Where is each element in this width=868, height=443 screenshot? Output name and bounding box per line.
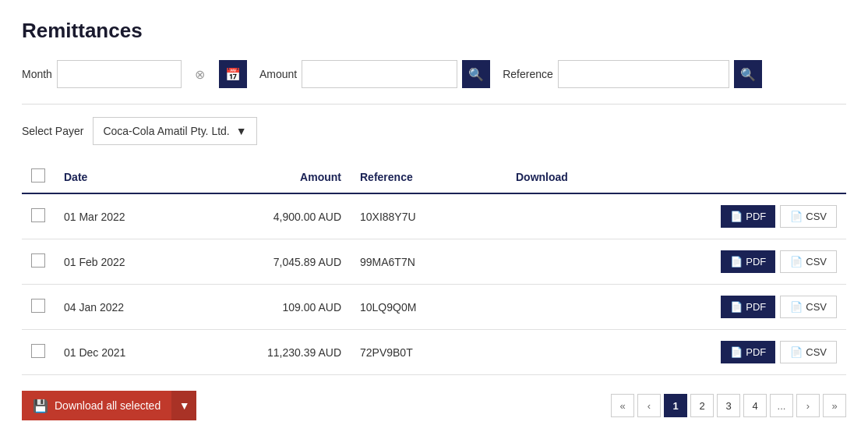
row-reference-2: 10LQ9Q0M: [351, 285, 506, 330]
remittances-table: Date Amount Reference Download 01 Mar 20…: [22, 161, 846, 375]
reference-search-button[interactable]: 🔍: [734, 60, 762, 88]
pagination-page-2[interactable]: 2: [690, 394, 714, 417]
payer-dropdown-arrow-icon: ▼: [236, 125, 247, 137]
payer-row: Select Payer Coca-Cola Amatil Pty. Ltd. …: [22, 117, 846, 145]
amount-search-button[interactable]: 🔍: [462, 60, 490, 88]
row-checkbox-cell: [22, 239, 55, 285]
csv-button-0[interactable]: 📄 CSV: [780, 205, 837, 228]
row-amount-1: 7,045.89 AUD: [195, 239, 351, 285]
select-all-checkbox[interactable]: [31, 168, 45, 183]
pagination-first-button[interactable]: «: [611, 394, 634, 417]
row-reference-0: 10XI88Y7U: [351, 193, 506, 239]
row-amount-3: 11,230.39 AUD: [195, 330, 351, 375]
divider: [22, 104, 846, 105]
csv-button-3[interactable]: 📄 CSV: [780, 341, 837, 363]
pdf-icon-3: 📄: [730, 346, 743, 358]
row-reference-3: 72PV9B0T: [351, 330, 506, 375]
table-row: 01 Mar 2022 4,900.00 AUD 10XI88Y7U 📄 PDF…: [22, 193, 846, 239]
pagination: « ‹ 1 2 3 4 ... › »: [611, 394, 846, 417]
row-date-2: 04 Jan 2022: [55, 285, 195, 330]
page-title: Remittances: [22, 19, 846, 43]
payer-label: Select Payer: [22, 125, 83, 137]
amount-label: Amount: [259, 68, 297, 80]
csv-icon-0: 📄: [790, 211, 803, 222]
download-all-dropdown-arrow[interactable]: ▼: [171, 391, 196, 420]
pagination-next-button[interactable]: ›: [796, 394, 820, 417]
row-download-3: 📄 PDF 📄 CSV: [506, 330, 846, 375]
pagination-page-4[interactable]: 4: [743, 394, 767, 417]
download-all-label: Download all selected: [55, 399, 161, 412]
table-row: 01 Dec 2021 11,230.39 AUD 72PV9B0T 📄 PDF…: [22, 330, 846, 375]
download-column-header: Download: [506, 161, 846, 193]
payer-selected-value: Coca-Cola Amatil Pty. Ltd.: [103, 125, 229, 137]
pdf-icon-2: 📄: [730, 301, 743, 313]
row-download-2: 📄 PDF 📄 CSV: [506, 285, 846, 330]
month-clear-button[interactable]: ⊗: [186, 60, 214, 88]
filter-row: Month ⊗ 📅 Amount 🔍 Reference 🔍: [22, 60, 846, 88]
row-checkbox-1[interactable]: [31, 253, 45, 268]
row-checkbox-3[interactable]: [31, 344, 45, 358]
csv-icon-3: 📄: [790, 346, 803, 358]
download-all-main-area[interactable]: 💾 Download all selected: [22, 391, 171, 420]
pagination-last-button[interactable]: »: [823, 394, 846, 417]
reference-label: Reference: [503, 68, 553, 80]
row-checkbox-cell: [22, 285, 55, 330]
month-calendar-button[interactable]: 📅: [219, 60, 247, 88]
row-reference-1: 99MA6T7N: [351, 239, 506, 285]
table-row: 04 Jan 2022 109.00 AUD 10LQ9Q0M 📄 PDF 📄 …: [22, 285, 846, 330]
row-date-3: 01 Dec 2021: [55, 330, 195, 375]
row-amount-0: 4,900.00 AUD: [195, 193, 351, 239]
csv-button-1[interactable]: 📄 CSV: [780, 250, 837, 273]
table-row: 01 Feb 2022 7,045.89 AUD 99MA6T7N 📄 PDF …: [22, 239, 846, 285]
pdf-icon-1: 📄: [730, 256, 743, 268]
pagination-page-3[interactable]: 3: [717, 394, 740, 417]
pdf-button-2[interactable]: 📄 PDF: [721, 296, 775, 318]
pagination-prev-button[interactable]: ‹: [637, 394, 661, 417]
csv-icon-1: 📄: [790, 256, 803, 268]
row-checkbox-cell: [22, 193, 55, 239]
month-input[interactable]: [57, 60, 182, 88]
amount-filter-group: Amount 🔍: [259, 60, 490, 88]
row-checkbox-0[interactable]: [31, 208, 45, 222]
reference-input[interactable]: [558, 60, 729, 88]
row-date-1: 01 Feb 2022: [55, 239, 195, 285]
payer-dropdown[interactable]: Coca-Cola Amatil Pty. Ltd. ▼: [93, 117, 256, 145]
bottom-bar: 💾 Download all selected ▼ « ‹ 1 2 3 4 ..…: [22, 391, 846, 420]
download-all-button[interactable]: 💾 Download all selected ▼: [22, 391, 196, 420]
pdf-button-1[interactable]: 📄 PDF: [721, 250, 775, 273]
month-label: Month: [22, 68, 52, 80]
row-amount-2: 109.00 AUD: [195, 285, 351, 330]
pdf-button-0[interactable]: 📄 PDF: [721, 205, 775, 228]
reference-column-header: Reference: [351, 161, 506, 193]
row-download-1: 📄 PDF 📄 CSV: [506, 239, 846, 285]
amount-input[interactable]: [302, 60, 457, 88]
month-filter-group: Month ⊗ 📅: [22, 60, 247, 88]
date-column-header: Date: [55, 161, 195, 193]
pdf-icon-0: 📄: [730, 211, 743, 222]
select-all-header: [22, 161, 55, 193]
csv-button-2[interactable]: 📄 CSV: [780, 296, 837, 318]
csv-icon-2: 📄: [790, 301, 803, 313]
download-all-chevron-icon: ▼: [179, 399, 190, 412]
row-checkbox-2[interactable]: [31, 299, 45, 313]
pdf-button-3[interactable]: 📄 PDF: [721, 341, 775, 363]
pagination-ellipsis: ...: [770, 394, 793, 417]
row-checkbox-cell: [22, 330, 55, 375]
row-date-0: 01 Mar 2022: [55, 193, 195, 239]
reference-filter-group: Reference 🔍: [503, 60, 762, 88]
download-icon: 💾: [33, 399, 48, 413]
pagination-page-1[interactable]: 1: [664, 394, 687, 417]
amount-column-header: Amount: [195, 161, 351, 193]
row-download-0: 📄 PDF 📄 CSV: [506, 193, 846, 239]
